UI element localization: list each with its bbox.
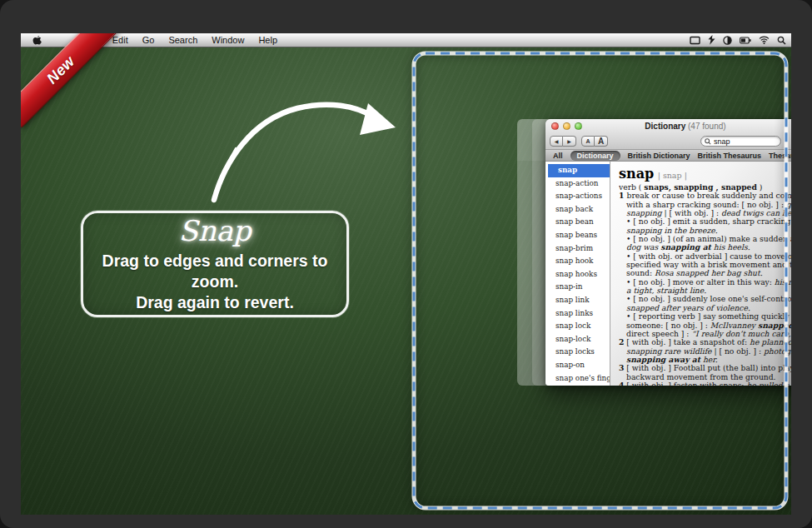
sidebar-item-snap[interactable]: snap [548,164,610,177]
app-title: Snap [178,216,251,246]
reference-tabs: AllDictionaryBritish DictionaryBritish T… [545,149,791,161]
definition-line: snapping away at her. [619,356,791,364]
sidebar-item-snap-brim[interactable]: snap-brim [545,242,610,256]
definition-line: • [ no obj. ] move or alter in this way:… [619,278,791,286]
definition-line: verb ( snaps, snapping , snapped ) [619,183,791,192]
sidebar-item-snap-lock[interactable]: snap-lock [545,333,610,346]
definition-lines: verb ( snaps, snapping , snapped )1 brea… [619,183,791,386]
sidebar-item-snap-one-s-fingers[interactable]: snap one's fingers [545,372,610,386]
wifi-icon[interactable] [759,36,770,44]
apple-menu-icon[interactable] [32,35,42,46]
window-titlebar[interactable]: Dictionary (47 found) [545,119,791,133]
definition-line: dog was snapping at his heels. [619,243,791,252]
display-icon[interactable] [690,36,700,45]
tab-thesaurus[interactable]: Thesaurus [769,152,791,160]
menu-item-help[interactable]: Help [258,35,277,45]
sidebar-item-snap-back[interactable]: snap back [545,203,610,217]
window-toolbar: ◀ ▶ A A [545,133,791,149]
results-sidebar: snapsnap-actionsnap-actionssnap backsnap… [545,162,610,386]
search-icon [705,138,711,145]
sidebar-item-snap-link[interactable]: snap link [545,294,610,307]
definition-line: 3 [ with obj. ] Football put (the ball) … [619,364,791,372]
definition-line: someone: [ no obj. ] : McIlvanney snappe… [619,321,791,330]
tab-all[interactable]: All [553,152,563,160]
sidebar-item-snap-locks[interactable]: snap locks [545,346,610,359]
tab-dictionary[interactable]: Dictionary [570,151,620,161]
menu-item-edit[interactable]: Edit [112,35,128,45]
instruction-line-1: Drag to edges and corners to zoom. [83,251,346,292]
font-larger-button[interactable]: A [595,136,608,147]
instruction-line-2: Drag again to revert. [136,292,294,313]
definition-line: 2 [ with obj. ] take a snapshot of: he p… [619,338,791,346]
definition-line: • [ no obj. ] (of an animal) make a sudd… [619,235,791,243]
sidebar-item-snap-bean[interactable]: snap bean [545,216,610,229]
sidebar-item-snap-links[interactable]: snap links [545,307,610,321]
forward-button[interactable]: ▶ [563,136,576,147]
definition-line: snapped after years of violence. [619,304,791,312]
definition-pane: snap | snap | verb ( snaps, snapping , s… [610,162,791,386]
desktop-screen: FileEditGoSearchWindowHelp New Snap Drag… [21,33,791,515]
window-chrome: Dictionary (47 found) ◀ ▶ A A [545,119,791,161]
charging-bolt-icon[interactable] [708,35,715,45]
menu-item-go[interactable]: Go [142,35,155,45]
clock-icon[interactable] [723,36,732,45]
definition-line: backward movement from the ground. [619,373,791,381]
definition-line: specified way with a brisk movement and … [619,261,791,269]
tab-british-thesaurus[interactable]: British Thesaurus [698,152,762,160]
definition-line: • [ with obj. or adverbial ] cause to mo… [619,252,791,261]
definition-line: snapping rare wildlife | [ no obj. ] : p… [619,347,791,356]
definition-line: • [ no obj. ] emit a sudden, sharp crack… [619,217,791,226]
sidebar-item-snap-actions[interactable]: snap-actions [545,190,610,203]
menu-item-window[interactable]: Window [212,35,244,45]
search-input[interactable] [711,137,770,146]
menu-bar: FileEditGoSearchWindowHelp [21,33,791,47]
back-button[interactable]: ◀ [550,136,563,147]
sidebar-item-snap-on[interactable]: snap-on [545,359,610,372]
definition-line: snapping in the breeze. [619,227,791,235]
definition-line: 1 break or cause to break suddenly and c… [619,192,791,200]
battery-icon[interactable] [740,37,751,44]
screen-bezel: FileEditGoSearchWindowHelp New Snap Drag… [0,0,812,528]
menu-item-search[interactable]: Search [168,35,197,45]
font-size-buttons: A A [581,136,608,147]
headword: snap [619,166,654,182]
definition-line: • [ reporting verb ] say something quick… [619,312,791,321]
headword-row: snap | snap | [619,166,791,182]
definition-line: with a sharp cracking sound: [ no obj. ]… [619,201,791,209]
pronunciation: | snap | [658,171,687,180]
spotlight-icon[interactable] [777,36,786,45]
search-field[interactable] [700,136,781,147]
dictionary-window: Dictionary (47 found) ◀ ▶ A A [545,119,791,386]
font-smaller-button[interactable]: A [581,136,595,147]
sidebar-item-snap-beans[interactable]: snap beans [545,229,610,242]
window-body: snapsnap-actionsnap-actionssnap backsnap… [545,161,791,386]
sidebar-item-snap-hook[interactable]: snap hook [545,255,610,268]
definition-line: direct speech ] : “I really don’t much c… [619,330,791,338]
instruction-card: Snap Drag to edges and corners to zoom. … [81,211,349,317]
definition-line: sound: Rosa snapped her bag shut. [619,269,791,277]
menubar-status-icons [690,35,786,45]
window-title-count: (47 found) [685,122,725,131]
definition-line: snapping | [ with obj. ] : dead twigs ca… [619,209,791,217]
window-title: Dictionary (47 found) [545,122,791,131]
sidebar-item-snap-lock[interactable]: snap lock [545,320,610,333]
history-buttons: ◀ ▶ [550,136,576,147]
sidebar-item-snap-action[interactable]: snap-action [545,177,610,191]
sidebar-item-snap-hooks[interactable]: snap hooks [545,268,610,281]
definition-line: 4 [ with obj. ] fasten with snaps: he pu… [619,381,791,386]
definition-line: a tight, straight line. [619,286,791,295]
sidebar-item-snap-in[interactable]: snap-in [545,281,610,294]
definition-line: • [ no obj. ] suddenly lose one's self-c… [619,295,791,303]
tab-british-dictionary[interactable]: British Dictionary [628,152,690,160]
